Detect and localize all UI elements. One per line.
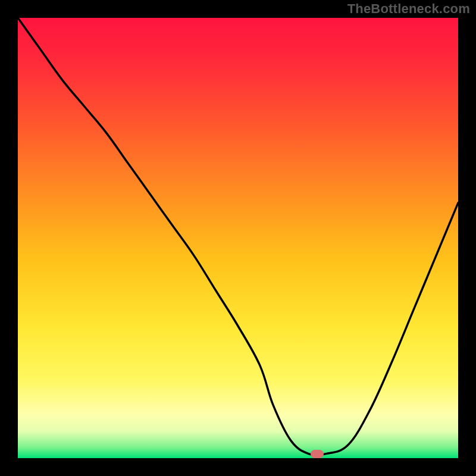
chart-svg (18, 18, 458, 458)
bottleneck-curve (18, 18, 458, 455)
optimal-point-marker (311, 450, 324, 458)
plot-area (18, 18, 458, 458)
watermark-text: TheBottleneck.com (347, 1, 470, 17)
chart-frame: TheBottleneck.com (0, 0, 476, 476)
